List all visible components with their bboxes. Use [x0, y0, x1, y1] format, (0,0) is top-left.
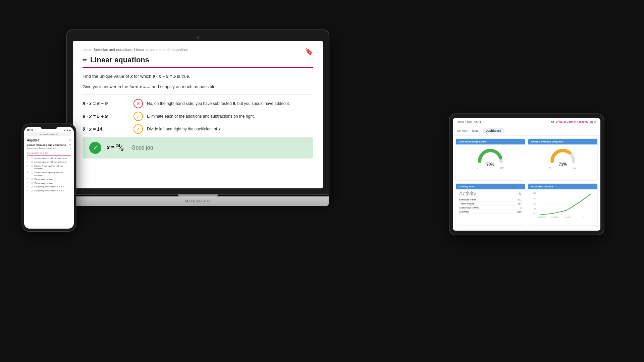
tablet-nav-content[interactable]: Content	[457, 129, 468, 132]
good-job-text: Good job	[131, 145, 153, 151]
tablet-nav-tests[interactable]: Tests	[472, 129, 479, 132]
svg-text:150: 150	[533, 203, 536, 205]
gauge-progress-labels: 0 100	[549, 167, 576, 169]
tablet-school: 🏫 Crius of Bolster Academy ▦ ✕	[551, 120, 596, 124]
tablet-device: Home > user_43741 🏫 Crius of Bolster Aca…	[449, 114, 604, 235]
good-job-row: ✓ x = 14⁄9 Good job	[83, 137, 313, 159]
phone-url-bar: app.bolster.academy	[26, 132, 72, 136]
phone-list-item-1: 1 A linear equation with two unknowns	[27, 157, 71, 160]
correct-icon-2: ✓	[133, 124, 143, 134]
phone-section-title: An equation of a line	[27, 152, 71, 154]
svg-text:24-: 24-	[582, 217, 584, 218]
svg-text:200: 200	[533, 197, 536, 199]
activity-table: Activity# Exercises made671Theory viewed…	[456, 189, 525, 215]
problem-text-1: Find the unique value of x for which 9 ·…	[83, 73, 313, 80]
breadcrumb: Linear formulas and equations: Linear eq…	[83, 48, 313, 52]
phone-list-item-8: 8 Composing the equation of a line	[27, 189, 71, 192]
svg-text:05-08-2020: 05-08-2020	[551, 217, 559, 218]
svg-text:250: 250	[533, 192, 536, 194]
activity-table-row: Summary1155	[459, 210, 522, 214]
title-divider	[83, 67, 313, 68]
phone-list-item-6: 6 The equation of a line	[27, 182, 71, 184]
panel-activity-header: Activity rate	[456, 184, 525, 189]
gauge-progress: 71% 0 100	[528, 144, 597, 171]
answer-row-3: 9 · x = 14 ✓ Divide left and right by th…	[83, 124, 313, 134]
phone-list-item-5: 5 The equation of a line	[27, 178, 71, 180]
tablet-body: Overall average score 90% 0 100	[453, 136, 600, 228]
phone-list-item-7: 7 Composing the equation of a line	[27, 185, 71, 188]
svg-text:50: 50	[533, 213, 535, 215]
answer-formula-3: 9 · x = 14	[83, 126, 129, 132]
phone-list-item-3: 3 Solution linear equation with two unkn…	[27, 165, 71, 170]
tablet-nav: Content Tests Dashboard	[453, 126, 600, 136]
phone-subsection: Systems of linear equations ∧	[27, 147, 71, 150]
phone-chapter: Linear formulas and equations ∨	[27, 143, 71, 146]
answer-formula-1: 9 · x = 5 − 9	[83, 101, 129, 106]
phone-signal: ●●● ▲	[64, 129, 71, 131]
tablet-nav-dashboard[interactable]: Dashboard	[483, 128, 504, 133]
content-divider	[83, 95, 313, 95]
tablet-breadcrumb: Home > user_43741	[457, 120, 481, 123]
panel-progress-header: Overall average progress	[528, 139, 597, 144]
answer-text-3: Divide left and right by the coefficient…	[147, 127, 313, 131]
gauge-progress-value: 71%	[559, 162, 567, 167]
answer-formula-2: 9 · x = 5 + 9	[83, 114, 129, 119]
problem-text-2: Give your answer in the form x = ... and…	[83, 83, 313, 90]
phone-list: 1 A linear equation with two unknowns 2 …	[27, 157, 71, 192]
bookmark-icon[interactable]: 🔖	[305, 48, 313, 56]
pencil-icon: ✏	[83, 56, 88, 64]
activity-table-row: Exercises made671	[459, 198, 522, 202]
laptop-base: MacBook Pro	[67, 196, 329, 206]
chart-area: 250 200 150 100 50	[528, 189, 597, 223]
svg-text:12-05-2020: 12-05-2020	[564, 217, 572, 218]
phone-notch	[41, 127, 57, 129]
panel-score-header: Overall average score	[456, 139, 525, 144]
gauge-score-labels: 0 100	[477, 167, 504, 169]
phone-list-item-4: 4 Solution linear equation with two unkn…	[27, 171, 71, 177]
good-job-check-icon: ✓	[89, 142, 101, 154]
gauge-score: 90% 0 100	[456, 144, 525, 171]
tablet-header: Home > user_43741 🏫 Crius of Bolster Aca…	[453, 118, 600, 126]
laptop-device: 🔖 Linear formulas and equations: Linear …	[67, 30, 329, 204]
svg-text:03-05-2020: 03-05-2020	[538, 217, 546, 218]
panel-chart-header: Activities by date	[528, 184, 597, 189]
svg-text:100: 100	[533, 208, 536, 210]
activity-table-row: Slideshows viewed3	[459, 206, 522, 210]
wrong-icon-1: ✕	[133, 99, 143, 108]
phone-list-item-2: 2 A linear equation with two unknowns	[27, 161, 71, 163]
phone-section-divider	[27, 155, 71, 156]
answer-text-2: Eliminate each of the additions and subt…	[147, 114, 313, 119]
correct-icon-1: ✓	[133, 112, 143, 121]
gauge-score-value: 90%	[486, 162, 494, 167]
laptop-model-label: MacBook Pro	[185, 199, 211, 203]
phone-subject: Algebra ∨	[27, 138, 71, 142]
answer-row-2: 9 · x = 5 + 9 ✓ Eliminate each of the ad…	[83, 112, 313, 121]
answer-row-1: 9 · x = 5 − 9 ✕ No, on the right-hand si…	[83, 99, 313, 108]
laptop-camera	[197, 36, 199, 39]
phone-device: 16:46 ●●● ▲ app.bolster.academy Algebra …	[22, 124, 76, 231]
page-title: Linear equations	[90, 56, 149, 64]
phone-time: 16:46	[27, 129, 33, 131]
answer-text-1: No, on the right-hand side, you have sub…	[147, 101, 313, 106]
activity-table-row: Theory viewed264	[459, 202, 522, 206]
